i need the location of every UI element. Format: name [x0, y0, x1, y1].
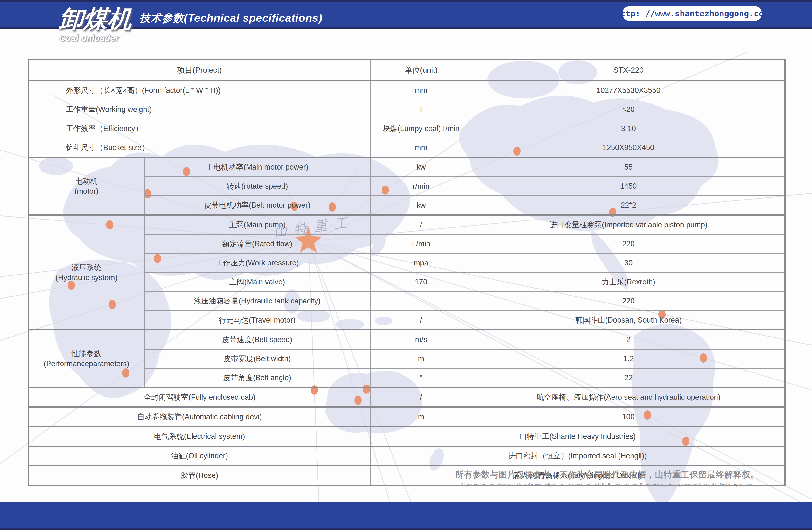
table-row: 油缸(Oil cylinder)进口密封（恒立）(Imported seal (…: [29, 446, 785, 466]
unit-cell: r/min: [370, 177, 472, 196]
value-cell: 220: [472, 292, 785, 311]
section-label-line: (Hydraulic system): [32, 273, 141, 283]
logo-subtitle: Coal unloader: [59, 33, 141, 43]
value-cell: ≈20: [472, 100, 785, 119]
unit-cell: kw: [370, 196, 472, 215]
footer-bar: [0, 502, 812, 530]
value-cell: 2: [472, 330, 785, 349]
logo-title: 卸煤机: [58, 5, 142, 32]
table-row: 自动卷缆装置(Automatic cabling devi)m100: [29, 407, 785, 427]
logo: 卸煤机 Coal unloader: [59, 5, 141, 43]
spec-label-cell: 铲斗尺寸（Bucket size）: [29, 138, 370, 158]
spec-label-cell: 外形尺寸（长×宽×高）(Form factor(L * W * H)): [29, 81, 370, 100]
unit-cell: m/s: [370, 330, 472, 349]
value-cell: 1450: [472, 177, 785, 196]
page: 山特重工 技术参数(Technical specifications) Http…: [0, 0, 812, 530]
unit-cell: mm: [370, 81, 472, 100]
table-header-row: 项目(Project) 单位(unit) STX-220: [29, 59, 785, 81]
value-cell: 山特重工(Shante Heavy Industries): [370, 427, 785, 446]
table-row: 全封闭驾驶室(Fully enclosed cab)/航空座椅、液压操作(Aer…: [29, 388, 785, 407]
column-header-project: 项目(Project): [29, 59, 370, 81]
value-cell: 100: [472, 407, 785, 427]
spec-label-cell: 行走马达(Travel motor): [144, 311, 370, 330]
unit-cell: /: [370, 215, 472, 234]
website-url[interactable]: Http: //www.shantezhonggong.com: [615, 9, 769, 18]
table-row: 电气系统(Electrical system)山特重工(Shante Heavy…: [29, 427, 785, 446]
value-cell: 1.2: [472, 349, 785, 368]
table-row: 电动机(motor)主电机功率(Main motor power)kw55: [29, 158, 785, 177]
unit-cell: /: [370, 311, 472, 330]
value-cell: 10277X5530X3550: [472, 81, 785, 100]
unit-cell: 块煤(Lumpy coal)T/min: [370, 119, 472, 138]
spec-label-cell: 工作效率（Efficiency）: [29, 119, 370, 138]
spec-label-cell: 主阀(Main valve): [144, 273, 370, 292]
spec-table: 项目(Project) 单位(unit) STX-220 外形尺寸（长×宽×高）…: [28, 59, 786, 486]
value-cell: 进口密封（恒立）(Imported seal (Hengli)): [370, 446, 785, 466]
column-header-unit: 单位(unit): [370, 59, 472, 81]
value-cell: 力士乐(Rexroth): [472, 273, 785, 292]
spec-label-cell: 胶管(Hose): [29, 466, 370, 485]
column-header-model: STX-220: [472, 59, 785, 81]
unit-cell: L: [370, 292, 472, 311]
section-label-line: 液压系统: [32, 262, 141, 273]
spec-label-cell: 皮带速度(Belt speed): [144, 330, 370, 349]
value-cell: 22*2: [472, 196, 785, 215]
section-label-cell: 电动机(motor): [29, 158, 144, 215]
table-row: 工作效率（Efficiency）块煤(Lumpy coal)T/min3-10: [29, 119, 785, 138]
unit-cell: mpa: [370, 254, 472, 273]
value-cell: 220: [472, 234, 785, 254]
value-cell: 航空座椅、液压操作(Aero seat and hydraulic operat…: [472, 388, 785, 407]
table-row: 工作重量(Working weight)T≈20: [29, 100, 785, 119]
disclaimer-en: All parameters and pictures are for refe…: [455, 483, 759, 487]
spec-label-cell: 皮带宽度(Belt width): [144, 349, 370, 368]
disclaimer-cn: 所有参数与图片仅供参考，不作为合同附件及依据，山特重工保留最终解释权。: [455, 469, 759, 480]
unit-cell: mm: [370, 138, 472, 158]
spec-label-cell: 液压油箱容量(Hydraulic tank capacity): [144, 292, 370, 311]
section-label-cell: 液压系统(Hydraulic system): [29, 215, 144, 330]
unit-cell: m: [370, 407, 472, 427]
unit-cell: T: [370, 100, 472, 119]
section-label-line: (Performanceparameters): [32, 359, 141, 369]
table-row: 外形尺寸（长×宽×高）(Form factor(L * W * H))mm102…: [29, 81, 785, 100]
table-row: 液压系统(Hydraulic system)主泵(Main pump)/进口变量…: [29, 215, 785, 234]
spec-label-cell: 额定流量(Rated flow): [144, 234, 370, 254]
section-label-line: 电动机: [32, 176, 141, 186]
spec-label-cell: 工作重量(Working weight): [29, 100, 370, 119]
value-cell: 30: [472, 254, 785, 273]
website-url-pill[interactable]: Http: //www.shantezhonggong.com: [622, 6, 762, 21]
unit-cell: kw: [370, 158, 472, 177]
table-row: 性能参数(Performanceparameters)皮带速度(Belt spe…: [29, 330, 785, 349]
spec-label-cell: 自动卷缆装置(Automatic cabling devi): [29, 407, 370, 427]
unit-cell: /: [370, 388, 472, 407]
spec-label-cell: 主泵(Main pump): [144, 215, 370, 234]
value-cell: 1250X950X450: [472, 138, 785, 158]
spec-label-cell: 油缸(Oil cylinder): [29, 446, 370, 466]
value-cell: 3-10: [472, 119, 785, 138]
spec-table-rows: 外形尺寸（长×宽×高）(Form factor(L * W * H))mm102…: [29, 81, 785, 485]
value-cell: 进口变量柱赛泵(Imported variable piston pump): [472, 215, 785, 234]
spec-label-cell: 工作压力(Work pressure): [144, 254, 370, 273]
spec-label-cell: 电气系统(Electrical system): [29, 427, 370, 446]
table-row: 铲斗尺寸（Bucket size）mm1250X950X450: [29, 138, 785, 158]
spec-label-cell: 全封闭驾驶室(Fully enclosed cab): [29, 388, 370, 407]
spec-label-cell: 主电机功率(Main motor power): [144, 158, 370, 177]
page-title: 技术参数(Technical specifications): [140, 11, 322, 25]
unit-cell: m: [370, 349, 472, 368]
section-label-cell: 性能参数(Performanceparameters): [29, 330, 144, 388]
unit-cell: L/min: [370, 234, 472, 254]
value-cell: 22: [472, 368, 785, 388]
value-cell: 韩国斗山(Doosan, South Korea): [472, 311, 785, 330]
unit-cell: °: [370, 368, 472, 388]
top-border-line: [0, 0, 812, 2]
section-label-line: 性能参数: [32, 348, 141, 359]
spec-label-cell: 皮带角度(Belt angle): [144, 368, 370, 388]
section-label-line: (motor): [32, 186, 141, 196]
spec-label-cell: 转速(rotate speed): [144, 177, 370, 196]
disclaimer: 所有参数与图片仅供参考，不作为合同附件及依据，山特重工保留最终解释权。 All …: [455, 469, 759, 487]
unit-cell: 170: [370, 273, 472, 292]
value-cell: 55: [472, 158, 785, 177]
spec-label-cell: 皮带电机功率(Belt motor power): [144, 196, 370, 215]
